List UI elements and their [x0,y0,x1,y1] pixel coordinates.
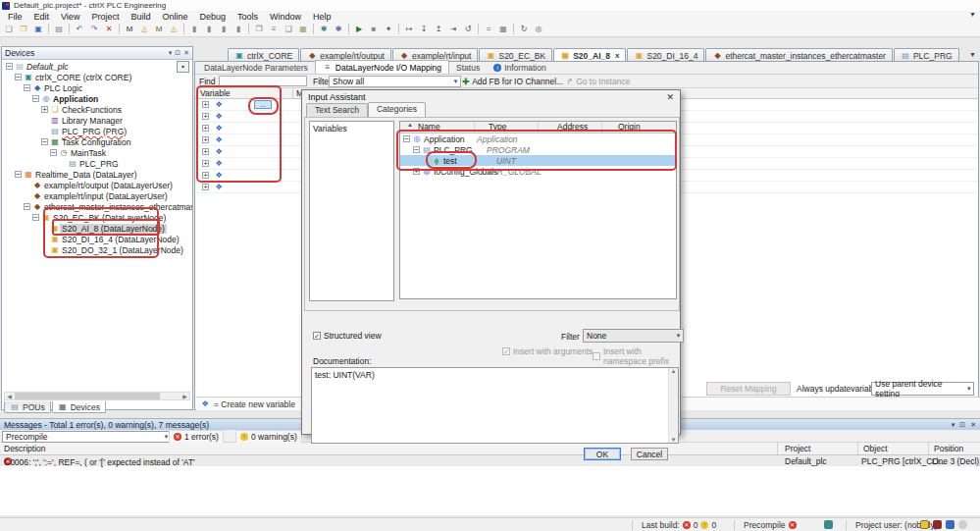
refresh-button[interactable]: ↻ [517,23,531,35]
error-count-button[interactable]: ✕ 1 error(s) [169,430,224,444]
menu-online[interactable]: Online [156,11,193,22]
category-variables[interactable]: Variables [310,122,393,135]
bottom-tab-devices[interactable]: ▦Devices [52,401,106,413]
collapse-icon[interactable]: − [403,135,410,142]
panel-pin-icon[interactable]: ⊡ [959,421,965,429]
column-description[interactable]: Description [4,444,46,453]
tree-item-application[interactable]: −◎Application [2,93,192,104]
devices-horizontal-scrollbar[interactable]: ◀ ▶ [4,392,190,400]
bookmark-next-button[interactable]: ▮ [202,23,216,35]
new-file-button[interactable]: ❑ [2,23,16,35]
doc-tab-ctrlx_core[interactable]: ▣ctrlX_CORE [228,48,299,62]
collapse-icon[interactable]: − [24,203,30,210]
reset-mapping-button[interactable]: Reset Mapping [706,382,791,396]
menu-edit[interactable]: Edit [28,11,56,22]
step-over-button[interactable]: ↦ [402,23,416,35]
view-tab-status[interactable]: Status [449,61,487,74]
collapse-icon[interactable]: − [50,149,57,156]
tree-item-task[interactable]: −▦Task Configuration [2,136,192,147]
multiline-button[interactable]: ≡ [267,23,281,35]
find-button[interactable]: M [123,23,136,35]
print-button[interactable]: ▤ [52,23,66,35]
panel-dropdown-icon[interactable]: ▾ [952,421,955,429]
browser-row-ioconfig_globals[interactable]: +◍IoConfig_GlobalsVAR_GLOBAL [400,166,676,177]
checkbox-checked-icon[interactable] [313,332,321,340]
expand-icon[interactable]: + [202,172,209,179]
find-in-project-button[interactable]: M [152,23,166,35]
scrollbar-thumb[interactable] [15,393,160,399]
doc-tab-s20_ai_8[interactable]: ▣S20_AI_8x [553,48,626,62]
panel-dropdown-icon[interactable]: ▾ [169,49,173,57]
expand-icon[interactable]: + [202,125,209,132]
project-combo-button[interactable]: ▾ [177,61,189,73]
browser-row-plc_prg[interactable]: −▤PLC_PRGPROGRAM [400,144,676,155]
column-origin[interactable]: Origin [618,122,641,132]
doc-tab-s20_ec_bk[interactable]: ▣S20_EC_BK [479,48,552,62]
view-tab-datalayernode-parameters[interactable]: DataLayerNode Parameters [197,61,315,74]
tree-item-realtime_data[interactable]: −▦Realtime_Data (DataLayer) [2,169,192,180]
menu-build[interactable]: Build [125,11,156,22]
expand-icon[interactable]: + [202,148,209,155]
column-position[interactable]: Position [934,444,963,453]
tree-item-checkfunctions[interactable]: +❏CheckFunctions [2,104,192,115]
stop-button[interactable]: ■ [367,23,381,35]
filter-icon[interactable]: ▼ [969,11,976,18]
find-settings-button[interactable]: ◬ [137,23,151,35]
scroll-up-icon[interactable]: ▲ [671,368,677,374]
chevron-down-icon[interactable]: ▼ [964,386,973,392]
tab-overflow-icon[interactable]: ▼ [969,51,976,58]
panel-close-icon[interactable]: ✕ [970,421,976,429]
structured-view-option[interactable]: Structured view [313,331,382,341]
doc-tab-plc_prg[interactable]: ▤PLC_PRG [894,48,959,62]
connector-icon[interactable] [933,520,942,529]
view-tab-information[interactable]: iInformation [487,61,553,74]
bookmark-toggle-button[interactable]: ▮ [187,23,201,35]
cancel-button[interactable]: Cancel [631,448,668,460]
warning-count-button[interactable]: ! 0 warning(s) [235,430,302,444]
menu-tools[interactable]: Tools [232,11,264,22]
collapse-icon[interactable]: − [41,138,48,145]
always-update-select[interactable]: Use parent device setting ▼ [871,382,974,396]
menu-debug[interactable]: Debug [193,11,232,22]
collapse-icon[interactable]: − [15,74,22,80]
tree-item-ctrlx_core[interactable]: −▣ctrlX_CORE (ctrlX CORE) [2,72,192,82]
build-button[interactable]: ✱ [317,23,331,35]
expand-icon[interactable]: + [202,160,209,167]
grid-view-button[interactable]: ▦ [496,23,510,35]
column-object[interactable]: Object [863,444,888,453]
dialog-filter-select[interactable]: None ▼ [583,329,684,343]
expand-icon[interactable]: + [41,106,48,113]
undo-button[interactable]: ↶ [73,23,86,35]
save-button[interactable]: ▣ [31,23,45,35]
close-tab-icon[interactable]: x [615,51,619,60]
menu-view[interactable]: View [55,11,85,22]
bottom-tab-pous[interactable]: ▤POUs [4,401,51,413]
expand-icon[interactable]: + [413,168,420,175]
gateway-icon[interactable] [946,520,954,529]
documentation-scrollbar[interactable]: ▲▼ [668,368,678,443]
tree-item-s20_ec_bk[interactable]: −▣S20_EC_BK (DataLayerNode) [2,212,192,223]
browse-variable-button[interactable]: ... [254,100,272,109]
scroll-right-icon[interactable]: ▶ [181,393,189,399]
reset-warm-button[interactable]: ↺ [461,23,475,35]
menu-project[interactable]: Project [85,11,125,22]
bookmark-clear-button[interactable]: ▮ [232,23,245,35]
expand-icon[interactable]: + [202,184,209,190]
expand-icon[interactable]: + [202,101,209,108]
column-name[interactable]: Name [418,122,440,132]
add-fb-button[interactable]: ✚ Add FB for IO Channel... [462,77,563,86]
collapse-icon[interactable]: − [24,84,30,91]
collapse-icon[interactable]: − [413,146,420,153]
copy-button[interactable]: ❐ [252,23,266,35]
message-category-select[interactable]: Precompile ▼ [2,431,172,443]
tree-item-plc_prg[interactable]: ▤PLC_PRG (PRG) [2,126,192,136]
step-into-button[interactable]: ↧ [417,23,431,35]
bookmark-previous-button[interactable]: ▮ [217,23,231,35]
run-button[interactable]: ▶ [352,23,366,35]
tree-item-example/rt/output[interactable]: ◆example/rt/output (DataLayerUser) [2,180,192,190]
column-project[interactable]: Project [785,444,810,453]
tree-item-library[interactable]: ▥Library Manager [2,115,192,126]
collapse-icon[interactable]: − [15,171,22,178]
browser-row-application[interactable]: −◎ApplicationApplication [400,133,676,144]
collapse-icon[interactable]: − [6,63,13,70]
